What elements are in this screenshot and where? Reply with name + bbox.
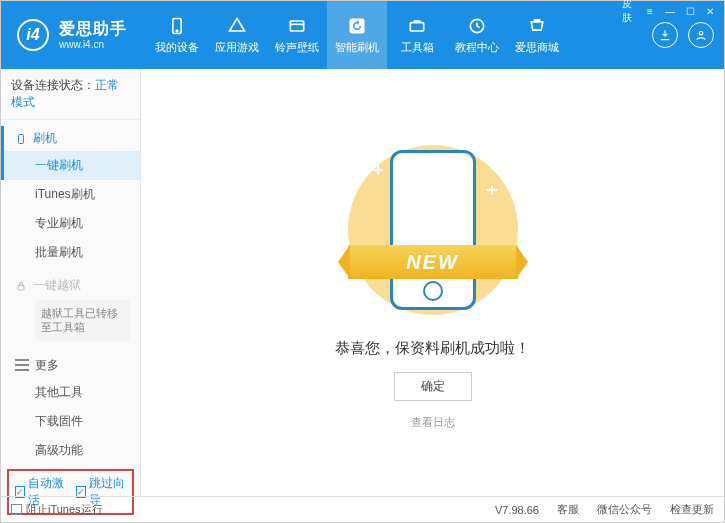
close-button[interactable]: ✕ xyxy=(702,3,718,19)
tab-store[interactable]: 爱思商城 xyxy=(507,1,567,69)
wechat-link[interactable]: 微信公众号 xyxy=(597,502,652,517)
hamburger-icon xyxy=(15,359,29,371)
view-log-link[interactable]: 查看日志 xyxy=(411,415,455,430)
sidebar-header-flash[interactable]: 刷机 xyxy=(1,126,140,151)
app-window: 皮肤 ≡ — ☐ ✕ i4 爱思助手 www.i4.cn 我的设备 应用游戏 铃… xyxy=(0,0,725,523)
main-pane: NEW 恭喜您，保资料刷机成功啦！ 确定 查看日志 xyxy=(141,69,724,496)
svg-point-6 xyxy=(699,32,703,36)
connection-status: 设备连接状态：正常模式 xyxy=(1,69,140,120)
toolbox-icon xyxy=(407,16,427,36)
logo-area: i4 爱思助手 www.i4.cn xyxy=(17,19,127,51)
tab-flash[interactable]: 智能刷机 xyxy=(327,1,387,69)
lock-icon xyxy=(15,280,27,292)
tab-toolbox[interactable]: 工具箱 xyxy=(387,1,447,69)
sidebar-header-jailbreak: 一键越狱 xyxy=(1,273,140,298)
sparkle-icon xyxy=(487,185,497,195)
window-controls: 皮肤 ≡ — ☐ ✕ xyxy=(622,3,718,19)
phone-icon xyxy=(167,16,187,36)
new-banner: NEW xyxy=(348,245,518,279)
skin-button[interactable]: 皮肤 xyxy=(622,3,638,19)
tab-ringtones[interactable]: 铃声壁纸 xyxy=(267,1,327,69)
svg-point-1 xyxy=(176,30,178,32)
sidebar-item-other-tools[interactable]: 其他工具 xyxy=(1,378,140,407)
sidebar-header-more[interactable]: 更多 xyxy=(1,353,140,378)
success-message: 恭喜您，保资料刷机成功啦！ xyxy=(335,339,530,358)
app-url: www.i4.cn xyxy=(59,39,127,51)
tab-tutorials[interactable]: 教程中心 xyxy=(447,1,507,69)
check-update-link[interactable]: 检查更新 xyxy=(670,502,714,517)
logo-icon: i4 xyxy=(17,19,49,51)
jailbreak-note: 越狱工具已转移至工具箱 xyxy=(35,300,130,341)
maximize-button[interactable]: ☐ xyxy=(682,3,698,19)
tab-apps[interactable]: 应用游戏 xyxy=(207,1,267,69)
apps-icon xyxy=(227,16,247,36)
sidebar: 设备连接状态：正常模式 刷机 一键刷机 iTunes刷机 专业刷机 批量刷机 一… xyxy=(1,69,141,496)
svg-rect-7 xyxy=(19,134,24,143)
sidebar-item-oneclick-flash[interactable]: 一键刷机 xyxy=(1,151,140,180)
header-right xyxy=(652,22,714,48)
sidebar-item-itunes-flash[interactable]: iTunes刷机 xyxy=(1,180,140,209)
success-illustration: NEW xyxy=(343,135,523,325)
menu-button[interactable]: ≡ xyxy=(642,3,658,19)
minimize-button[interactable]: — xyxy=(662,3,678,19)
sidebar-item-pro-flash[interactable]: 专业刷机 xyxy=(1,209,140,238)
app-title: 爱思助手 xyxy=(59,19,127,38)
tab-mydevice[interactable]: 我的设备 xyxy=(147,1,207,69)
bottom-bar: 阻止iTunes运行 V7.98.66 客服 微信公众号 检查更新 xyxy=(1,496,724,522)
sparkle-icon xyxy=(373,165,383,175)
svg-rect-4 xyxy=(410,22,423,30)
titlebar: 皮肤 ≡ — ☐ ✕ i4 爱思助手 www.i4.cn 我的设备 应用游戏 铃… xyxy=(1,1,724,69)
user-button[interactable] xyxy=(688,22,714,48)
svg-rect-8 xyxy=(18,285,24,290)
phone-illustration xyxy=(390,150,476,310)
block-itunes-checkbox[interactable]: 阻止iTunes运行 xyxy=(11,502,103,517)
nav-tabs: 我的设备 应用游戏 铃声壁纸 智能刷机 工具箱 教程中心 爱思商城 xyxy=(147,1,652,69)
ok-button[interactable]: 确定 xyxy=(394,372,472,401)
archive-icon xyxy=(287,16,307,36)
version-label: V7.98.66 xyxy=(495,504,539,516)
sidebar-item-download-fw[interactable]: 下载固件 xyxy=(1,407,140,436)
cart-icon xyxy=(527,16,547,36)
sidebar-item-advanced[interactable]: 高级功能 xyxy=(1,436,140,465)
body-area: 设备连接状态：正常模式 刷机 一键刷机 iTunes刷机 专业刷机 批量刷机 一… xyxy=(1,69,724,496)
refresh-icon xyxy=(347,16,367,36)
book-icon xyxy=(467,16,487,36)
svg-rect-2 xyxy=(290,21,303,31)
sidebar-item-batch-flash[interactable]: 批量刷机 xyxy=(1,238,140,267)
kefu-link[interactable]: 客服 xyxy=(557,502,579,517)
download-button[interactable] xyxy=(652,22,678,48)
